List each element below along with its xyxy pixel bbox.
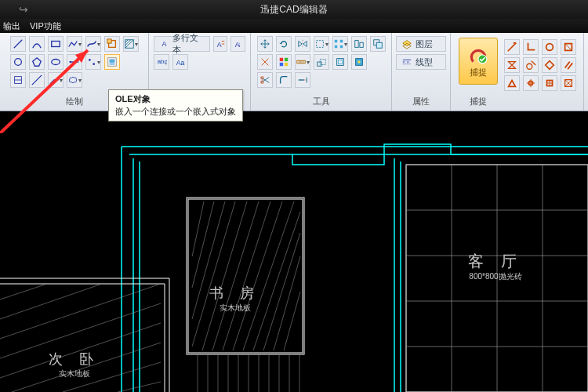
select-tool-icon[interactable]: ▾ — [314, 36, 329, 52]
svg-point-10 — [51, 60, 60, 65]
capture-button[interactable]: 捕捉 — [459, 38, 498, 85]
room-living-label: 客 厅 — [468, 252, 523, 270]
layer-label: 图层 — [416, 38, 433, 50]
svg-line-116 — [0, 303, 161, 358]
svg-point-14 — [93, 63, 95, 65]
svg-rect-38 — [376, 42, 382, 48]
tooltip-desc: 嵌入一个连接或一个嵌入式对象 — [115, 107, 236, 118]
snap-tangent-icon[interactable] — [523, 57, 539, 73]
svg-marker-28 — [298, 42, 301, 47]
line-tool-icon[interactable] — [10, 36, 26, 52]
svg-rect-47 — [317, 62, 321, 66]
svg-line-114 — [0, 284, 102, 319]
circle-tool-icon[interactable] — [10, 54, 26, 70]
snap-insert-icon[interactable] — [542, 75, 557, 91]
cad-canvas[interactable]: 书 房 实木地板 次 卧 实木地板 客 厅 800*800抛光砖 — [0, 111, 588, 392]
explode-tool-icon[interactable] — [257, 54, 273, 70]
rotate-tool-icon[interactable] — [276, 36, 292, 52]
extend-tool-icon[interactable] — [295, 72, 310, 88]
svg-rect-30 — [316, 41, 323, 48]
textfind-icon[interactable]: abc — [154, 54, 169, 70]
snap-perp-icon[interactable] — [523, 39, 539, 55]
trim-tool-icon[interactable] — [257, 72, 273, 88]
snap-parallel-icon[interactable] — [561, 57, 576, 73]
measure-tool-icon[interactable]: ▾ — [295, 54, 310, 70]
svg-text:Aa: Aa — [176, 59, 185, 67]
menu-output[interactable]: 输出 — [3, 20, 20, 32]
offset-tool-icon[interactable] — [332, 54, 348, 70]
scale-tool-icon[interactable] — [314, 54, 329, 70]
svg-text:A: A — [217, 41, 222, 49]
menu-vip[interactable]: VIP功能 — [30, 20, 61, 32]
svg-line-100 — [192, 201, 214, 288]
snap-node-icon[interactable] — [523, 75, 539, 91]
text-style-icon[interactable]: Aᵢ — [230, 36, 245, 52]
svg-line-64 — [508, 43, 517, 52]
snap-quad-icon[interactable] — [542, 57, 557, 73]
svg-rect-31 — [334, 40, 337, 43]
point-tool-icon[interactable]: ▾ — [85, 54, 101, 70]
svg-point-69 — [527, 64, 532, 69]
hatch-tool-icon[interactable]: ▾ — [123, 36, 139, 52]
svg-marker-9 — [32, 58, 41, 67]
svg-line-70 — [532, 61, 535, 65]
spline-tool-icon[interactable]: ▾ — [85, 36, 101, 52]
text-tool-icon[interactable]: A — [213, 36, 228, 52]
svg-rect-17 — [109, 64, 114, 65]
xline-tool-icon[interactable] — [29, 72, 45, 88]
snap-endpoint-icon[interactable] — [504, 39, 520, 55]
snap-mid-icon[interactable] — [504, 75, 520, 91]
svg-rect-40 — [284, 58, 287, 61]
rect-tool-icon[interactable] — [48, 36, 64, 52]
svg-point-52 — [358, 60, 361, 64]
room-living-sub: 800*800抛光砖 — [469, 272, 521, 281]
polygon-tool-icon[interactable] — [29, 54, 45, 70]
block-tool-icon[interactable] — [351, 54, 367, 70]
svg-line-96 — [263, 233, 300, 350]
svg-rect-42 — [284, 63, 287, 66]
svg-line-0 — [13, 40, 22, 49]
svg-line-94 — [243, 201, 294, 350]
svg-point-12 — [69, 61, 71, 64]
svg-point-66 — [546, 44, 554, 51]
snap-none-icon[interactable] — [561, 75, 576, 91]
polyline-tool-icon[interactable]: ▾ — [67, 36, 82, 52]
linetype-button[interactable]: 线型 — [396, 54, 446, 70]
dimension-tool-icon[interactable] — [10, 72, 26, 88]
room-secondbed-label: 次 卧 — [49, 351, 100, 367]
snap-circle-icon[interactable] — [542, 39, 557, 55]
svg-line-118 — [12, 343, 161, 392]
svg-line-20 — [31, 75, 41, 85]
ray-tool-icon[interactable] — [67, 54, 82, 70]
textcase-icon[interactable]: Aa — [172, 54, 188, 70]
insert-tool-icon[interactable] — [104, 36, 120, 52]
revcloud-tool-icon[interactable]: ▾ — [67, 72, 82, 88]
svg-rect-33 — [334, 45, 337, 49]
arc-tool-icon[interactable] — [29, 36, 45, 52]
leader-tool-icon[interactable]: ▾ — [48, 72, 64, 88]
mirror-tool-icon[interactable] — [295, 36, 310, 52]
svg-line-5 — [125, 40, 128, 43]
capture-label: 捕捉 — [470, 67, 487, 78]
svg-rect-3 — [107, 39, 111, 43]
ole-tool-icon[interactable] — [104, 54, 120, 70]
layer-button[interactable]: 图层 — [396, 36, 446, 52]
redo-icon[interactable]: ↪ — [19, 3, 28, 16]
mtext-button[interactable]: A 多行文本 — [154, 36, 210, 52]
move-tool-icon[interactable] — [257, 36, 273, 52]
svg-line-91 — [212, 201, 259, 350]
copy-tool-icon[interactable] — [370, 36, 386, 52]
svg-point-13 — [89, 59, 91, 61]
ellipse-tool-icon[interactable] — [48, 54, 64, 70]
snap-hourglass-icon[interactable] — [504, 57, 520, 73]
fillet-tool-icon[interactable] — [276, 72, 292, 88]
svg-line-115 — [0, 284, 161, 339]
color-tool-icon[interactable] — [276, 54, 292, 70]
svg-line-6 — [125, 40, 130, 45]
array-tool-icon[interactable]: ▾ — [332, 36, 348, 52]
align-tool-icon[interactable] — [351, 36, 367, 52]
group-label-snap: 捕捉 — [470, 96, 487, 107]
room-study-label: 书 房 — [209, 285, 260, 301]
svg-marker-71 — [546, 61, 554, 70]
snap-poly-icon[interactable] — [561, 39, 576, 55]
